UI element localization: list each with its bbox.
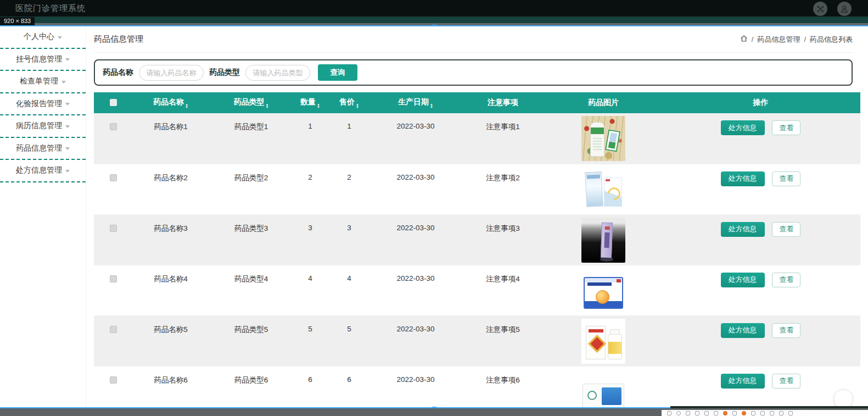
- frame-icon[interactable]: [686, 411, 690, 415]
- cell-quantity: 2: [293, 164, 327, 214]
- drug-image: [581, 319, 625, 364]
- breadcrumb-separator: /: [752, 35, 754, 43]
- breadcrumb-separator: /: [804, 35, 806, 43]
- row-checkbox[interactable]: [110, 376, 117, 384]
- sidebar-item-label: 挂号信息管理: [16, 54, 62, 64]
- cell-drug-type: 药品类型3: [209, 214, 293, 265]
- sidebar: 个人中心 挂号信息管理 检查单管理 化验报告管理 病历信息管理 药品信息管理 处…: [0, 26, 86, 407]
- cell-quantity: 6: [293, 366, 327, 407]
- query-button[interactable]: 查询: [318, 64, 357, 81]
- row-checkbox[interactable]: [110, 275, 117, 282]
- drug-name-input[interactable]: [139, 65, 204, 81]
- drug-image: [581, 369, 625, 408]
- sidebar-item-registration-info[interactable]: 挂号信息管理: [0, 49, 86, 71]
- view-button[interactable]: 查看: [772, 222, 800, 237]
- pin-orange-icon[interactable]: [742, 411, 746, 415]
- cell-notes: 注意事项3: [460, 214, 546, 265]
- column-header-price[interactable]: 售价▲▼: [327, 92, 371, 113]
- sidebar-item-label: 处方信息管理: [16, 165, 62, 175]
- user-icon[interactable]: [837, 2, 852, 16]
- bottom-toolbar: [662, 410, 868, 416]
- responsive-mode-bar: 920 × 833: [0, 16, 868, 23]
- table-header-row: 药品名称▲▼ 药品类型▲▼ 数量▲▼ 售价▲▼ 生产日期▲▼ 注意事项 药品图片…: [94, 92, 860, 113]
- table-body: 药品名称1 药品类型1 1 1 2022-03-30 注意事项1 处方信息 查看…: [94, 113, 860, 407]
- sidebar-item-label: 病历信息管理: [16, 121, 62, 131]
- pen-icon[interactable]: [704, 411, 709, 415]
- prescription-info-button[interactable]: 处方信息: [721, 323, 765, 338]
- row-checkbox[interactable]: [110, 123, 117, 130]
- app-title: 医院门诊管理系统: [0, 3, 86, 14]
- drug-type-input[interactable]: [245, 65, 310, 81]
- sidebar-item-personal-center[interactable]: 个人中心: [0, 26, 86, 49]
- sidebar-item-label: 检查单管理: [20, 76, 58, 86]
- cell-quantity: 5: [293, 315, 327, 366]
- breadcrumb-item-drug-info[interactable]: 药品信息管理: [757, 35, 800, 45]
- box-icon[interactable]: [779, 411, 783, 415]
- drug-image: [581, 218, 625, 263]
- cell-drug-name: 药品名称1: [132, 113, 209, 164]
- screen: 医院门诊管理系统 920 × 833 个人中心: [0, 0, 868, 416]
- table-row: 药品名称3 药品类型3 3 3 2022-03-30 注意事项3 处方信息 查看: [94, 214, 860, 265]
- sidebar-item-label: 个人中心: [24, 32, 54, 42]
- cell-production-date: 2022-03-30: [371, 113, 460, 164]
- cell-drug-name: 药品名称2: [132, 164, 209, 214]
- sort-icon: ▲▼: [356, 103, 359, 109]
- prescription-info-button[interactable]: 处方信息: [721, 273, 765, 287]
- rect-icon[interactable]: [732, 411, 737, 415]
- sidebar-item-prescription-info-mgmt[interactable]: 处方信息管理: [0, 160, 86, 182]
- sidebar-item-label: 药品信息管理: [16, 143, 62, 153]
- sidebar-item-label: 化验报告管理: [16, 99, 62, 109]
- cell-price: 3: [327, 214, 371, 265]
- chevron-icon[interactable]: [770, 411, 774, 415]
- view-button[interactable]: 查看: [772, 273, 800, 287]
- view-button[interactable]: 查看: [772, 120, 800, 135]
- main-content: 药品信息管理 / 药品信息管理 / 药品信息列表 药品名称 药品类型 查询: [86, 26, 868, 407]
- view-button[interactable]: 查看: [772, 171, 800, 186]
- drug-table: 药品名称▲▼ 药品类型▲▼ 数量▲▼ 售价▲▼ 生产日期▲▼ 注意事项 药品图片…: [94, 92, 860, 407]
- breadcrumb: / 药品信息管理 / 药品信息列表: [740, 35, 853, 45]
- table-row: 药品名称1 药品类型1 1 1 2022-03-30 注意事项1 处方信息 查看: [94, 113, 860, 164]
- sidebar-item-lab-report-mgmt[interactable]: 化验报告管理: [0, 93, 86, 116]
- chevron-down-icon: [65, 170, 70, 173]
- cell-drug-type: 药品类型1: [209, 113, 293, 164]
- prescription-info-button[interactable]: 处方信息: [721, 374, 765, 389]
- column-header-production-date[interactable]: 生产日期▲▼: [371, 92, 460, 113]
- row-checkbox[interactable]: [110, 225, 117, 232]
- column-header-drug-type[interactable]: 药品类型▲▼: [209, 92, 293, 113]
- home-icon[interactable]: [740, 35, 748, 44]
- cell-production-date: 2022-03-30: [371, 214, 460, 265]
- window-icon[interactable]: [667, 411, 671, 415]
- cell-notes: 注意事项2: [460, 164, 546, 214]
- cell-price: 5: [327, 315, 371, 366]
- column-header-quantity[interactable]: 数量▲▼: [293, 92, 327, 113]
- sidebar-item-medical-record-mgmt[interactable]: 病历信息管理: [0, 115, 86, 138]
- fullscreen-icon[interactable]: [813, 2, 827, 16]
- dot-orange-icon[interactable]: [723, 411, 727, 415]
- topbar-icons: [813, 1, 868, 16]
- circle-icon[interactable]: [676, 411, 681, 415]
- chevron-down-icon: [61, 81, 66, 84]
- column-header-drug-name[interactable]: 药品名称▲▼: [132, 92, 209, 113]
- row-checkbox[interactable]: [110, 326, 117, 333]
- view-button[interactable]: 查看: [772, 323, 800, 338]
- grid-icon[interactable]: [714, 411, 718, 415]
- sidebar-item-checklist-mgmt[interactable]: 检查单管理: [0, 71, 86, 93]
- row-checkbox[interactable]: [110, 174, 117, 181]
- prescription-info-button[interactable]: 处方信息: [721, 171, 765, 186]
- arrow-icon[interactable]: [695, 411, 699, 415]
- sort-icon: ▲▼: [430, 103, 433, 109]
- dots-icon[interactable]: [788, 411, 793, 415]
- cell-production-date: 2022-03-30: [371, 315, 460, 366]
- sidebar-item-drug-info-mgmt[interactable]: 药品信息管理: [0, 138, 86, 160]
- floating-button[interactable]: [833, 389, 853, 407]
- prescription-info-button[interactable]: 处方信息: [721, 222, 765, 237]
- select-all-checkbox[interactable]: [110, 99, 117, 106]
- cursor-icon[interactable]: [751, 411, 755, 415]
- table-row: 药品名称6 药品类型6 6 6 2022-03-30 注意事项6 处方信息 查看: [94, 366, 860, 407]
- bar-icon[interactable]: [760, 411, 765, 415]
- cell-notes: 注意事项1: [460, 113, 546, 164]
- view-button[interactable]: 查看: [772, 374, 800, 389]
- prescription-info-button[interactable]: 处方信息: [721, 120, 765, 135]
- cell-quantity: 3: [293, 214, 327, 265]
- page-title: 药品信息管理: [94, 34, 143, 45]
